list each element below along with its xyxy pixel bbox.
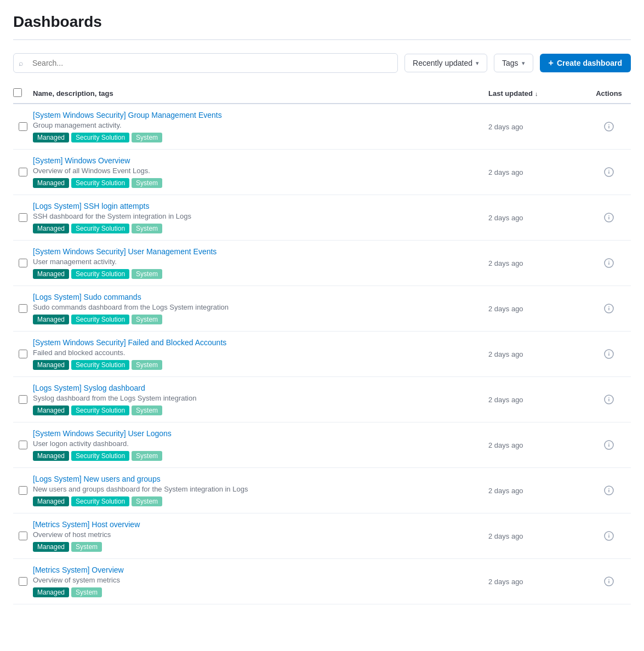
sort-dropdown-button[interactable]: Recently updated ▾: [404, 54, 487, 72]
tag-system[interactable]: System: [132, 178, 162, 188]
info-button[interactable]: [602, 439, 616, 451]
tag-system[interactable]: System: [132, 315, 162, 324]
tag-managed[interactable]: Managed: [33, 224, 69, 233]
svg-point-14: [608, 306, 609, 307]
row-checkbox-col: [13, 168, 33, 176]
tag-system[interactable]: System: [132, 133, 162, 142]
row-content: [Logs System] Syslog dashboard Syslog da…: [33, 384, 488, 415]
info-button[interactable]: [602, 121, 616, 133]
table-body: [System Windows Security] Group Manageme…: [13, 104, 631, 604]
row-tags: ManagedSecurity SolutionSystem: [33, 496, 477, 506]
row-checkbox-8[interactable]: [19, 486, 27, 495]
row-checkbox-col: [13, 122, 33, 131]
row-checkbox-col: [13, 213, 33, 222]
tag-managed[interactable]: Managed: [33, 133, 69, 142]
search-icon: ⌕: [19, 59, 23, 67]
info-button[interactable]: [602, 212, 616, 224]
info-button[interactable]: [602, 348, 616, 360]
tag-security-solution[interactable]: Security Solution: [71, 178, 129, 188]
tag-system[interactable]: System: [132, 451, 162, 461]
row-title-link[interactable]: [System] Windows Overview: [33, 156, 477, 165]
tag-system[interactable]: System: [71, 542, 102, 552]
row-content: [Logs System] Sudo commands Sudo command…: [33, 293, 488, 324]
row-title-link[interactable]: [System Windows Security] User Managemen…: [33, 247, 477, 256]
tag-managed[interactable]: Managed: [33, 269, 69, 279]
row-title-link[interactable]: [Logs System] SSH login attempts: [33, 202, 477, 210]
row-checkbox-9[interactable]: [19, 532, 27, 540]
row-actions: [587, 302, 631, 315]
page-container: Dashboards ⌕ Recently updated ▾ Tags ▾ +…: [0, 0, 644, 651]
row-checkbox-0[interactable]: [19, 122, 27, 131]
row-title-link[interactable]: [Logs System] Syslog dashboard: [33, 384, 477, 392]
tag-security-solution[interactable]: Security Solution: [71, 496, 129, 506]
row-title-link[interactable]: [Logs System] New users and groups: [33, 475, 477, 483]
info-button[interactable]: [602, 530, 616, 542]
tag-system[interactable]: System: [132, 360, 162, 370]
tag-security-solution[interactable]: Security Solution: [71, 133, 129, 142]
tag-managed[interactable]: Managed: [33, 451, 69, 461]
info-button[interactable]: [602, 257, 616, 269]
row-content: [System Windows Security] User Managemen…: [33, 247, 488, 279]
svg-rect-22: [608, 444, 609, 447]
row-checkbox-2[interactable]: [19, 213, 27, 222]
tag-system[interactable]: System: [132, 224, 162, 233]
tags-dropdown-button[interactable]: Tags ▾: [494, 54, 533, 72]
tag-managed[interactable]: Managed: [33, 178, 69, 188]
header-updated-col[interactable]: Last updated ↓: [488, 89, 587, 98]
row-actions: [587, 121, 631, 133]
tag-managed[interactable]: Managed: [33, 542, 69, 552]
info-button[interactable]: [602, 484, 616, 496]
row-title-link[interactable]: [Logs System] Sudo commands: [33, 293, 477, 301]
row-updated: 2 days ago: [488, 578, 587, 586]
row-content: [System Windows Security] Group Manageme…: [33, 111, 488, 142]
row-tags: ManagedSystem: [33, 587, 477, 597]
tag-system[interactable]: System: [132, 406, 162, 415]
row-actions: [587, 439, 631, 451]
row-title-link[interactable]: [Metrics System] Overview: [33, 566, 477, 574]
tag-security-solution[interactable]: Security Solution: [71, 315, 129, 324]
create-dashboard-button[interactable]: + Create dashboard: [540, 54, 631, 72]
tag-security-solution[interactable]: Security Solution: [71, 451, 129, 461]
info-button[interactable]: [602, 575, 616, 587]
row-actions: [587, 393, 631, 406]
row-title-link[interactable]: [System Windows Security] Failed and Blo…: [33, 338, 477, 347]
row-checkbox-10[interactable]: [19, 577, 27, 586]
info-icon: [604, 167, 614, 177]
row-actions: [587, 257, 631, 269]
tag-managed[interactable]: Managed: [33, 496, 69, 506]
tag-system[interactable]: System: [132, 269, 162, 279]
row-content: [Metrics System] Host overview Overview …: [33, 520, 488, 552]
tag-managed[interactable]: Managed: [33, 315, 69, 324]
svg-rect-13: [608, 308, 609, 311]
row-title-link[interactable]: [System Windows Security] Group Manageme…: [33, 111, 477, 119]
row-checkbox-col: [13, 350, 33, 358]
svg-point-26: [608, 488, 609, 489]
info-icon: [604, 349, 614, 359]
tag-security-solution[interactable]: Security Solution: [71, 224, 129, 233]
tag-security-solution[interactable]: Security Solution: [71, 269, 129, 279]
row-checkbox-6[interactable]: [19, 395, 27, 404]
info-button[interactable]: [602, 302, 616, 315]
select-all-checkbox[interactable]: [13, 88, 22, 97]
row-checkbox-1[interactable]: [19, 168, 27, 176]
tag-managed[interactable]: Managed: [33, 587, 69, 597]
row-content: [System] Windows Overview Overview of al…: [33, 156, 488, 188]
tag-system[interactable]: System: [132, 496, 162, 506]
search-input[interactable]: [13, 53, 398, 73]
tag-managed[interactable]: Managed: [33, 406, 69, 415]
row-checkbox-5[interactable]: [19, 350, 27, 358]
info-button[interactable]: [602, 393, 616, 406]
row-checkbox-3[interactable]: [19, 259, 27, 267]
row-checkbox-4[interactable]: [19, 304, 27, 313]
row-title-link[interactable]: [System Windows Security] User Logons: [33, 429, 477, 438]
row-title-link[interactable]: [Metrics System] Host overview: [33, 520, 477, 529]
info-button[interactable]: [602, 166, 616, 178]
row-description: User logon activity dashboard.: [33, 439, 477, 448]
row-checkbox-7[interactable]: [19, 441, 27, 449]
tag-managed[interactable]: Managed: [33, 360, 69, 370]
tag-security-solution[interactable]: Security Solution: [71, 406, 129, 415]
row-description: User management activity.: [33, 258, 477, 266]
row-actions: [587, 575, 631, 587]
tag-system[interactable]: System: [71, 587, 102, 597]
tag-security-solution[interactable]: Security Solution: [71, 360, 129, 370]
